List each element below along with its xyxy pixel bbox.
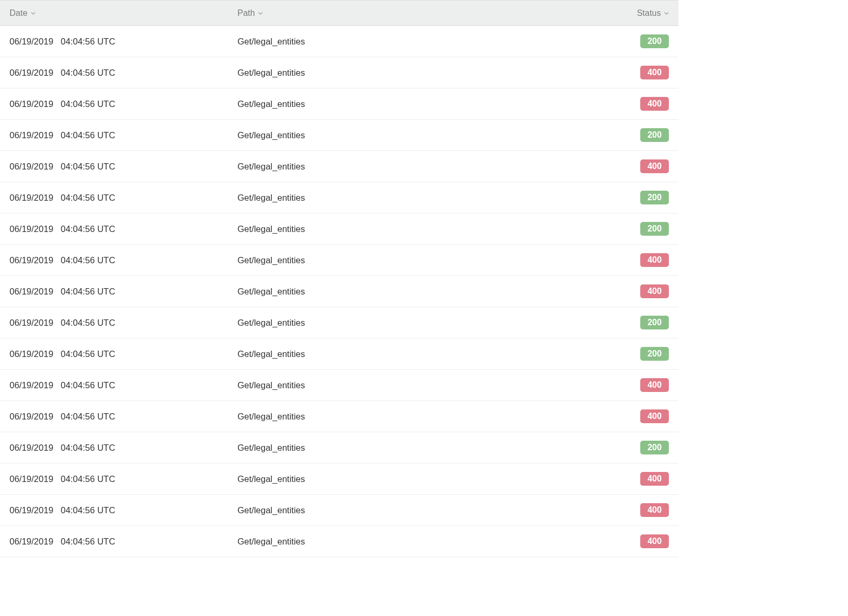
cell-date: 06/19/201904:04:56 UTC — [0, 276, 228, 307]
date-value: 06/19/2019 — [10, 130, 54, 140]
status-badge: 400 — [640, 503, 669, 517]
table-row[interactable]: 06/19/201904:04:56 UTCGet/legal_entities… — [0, 370, 678, 401]
cell-status: 400 — [620, 495, 678, 526]
time-value: 04:04:56 UTC — [61, 412, 116, 422]
column-header-status[interactable]: Status — [620, 1, 678, 26]
table-row[interactable]: 06/19/201904:04:56 UTCGet/legal_entities… — [0, 401, 678, 432]
table-row[interactable]: 06/19/201904:04:56 UTCGet/legal_entities… — [0, 57, 678, 88]
cell-date: 06/19/201904:04:56 UTC — [0, 307, 228, 338]
date-value: 06/19/2019 — [10, 37, 54, 47]
cell-path: Get/legal_entities — [228, 463, 620, 495]
cell-path: Get/legal_entities — [228, 88, 620, 120]
table-row[interactable]: 06/19/201904:04:56 UTCGet/legal_entities… — [0, 463, 678, 495]
date-value: 06/19/2019 — [10, 412, 54, 422]
date-value: 06/19/2019 — [10, 380, 54, 390]
status-badge: 400 — [640, 97, 669, 111]
date-value: 06/19/2019 — [10, 318, 54, 328]
cell-status: 200 — [620, 182, 678, 213]
cell-date: 06/19/201904:04:56 UTC — [0, 26, 228, 57]
cell-date: 06/19/201904:04:56 UTC — [0, 57, 228, 88]
table-row[interactable]: 06/19/201904:04:56 UTCGet/legal_entities… — [0, 495, 678, 526]
date-value: 06/19/2019 — [10, 443, 54, 453]
column-header-path[interactable]: Path — [228, 1, 620, 26]
cell-path: Get/legal_entities — [228, 526, 620, 557]
cell-status: 400 — [620, 245, 678, 276]
cell-date: 06/19/201904:04:56 UTC — [0, 88, 228, 120]
time-value: 04:04:56 UTC — [61, 537, 116, 547]
time-value: 04:04:56 UTC — [61, 37, 116, 47]
cell-status: 400 — [620, 151, 678, 182]
time-value: 04:04:56 UTC — [61, 287, 116, 297]
status-badge: 400 — [640, 284, 669, 298]
cell-status: 200 — [620, 120, 678, 151]
date-value: 06/19/2019 — [10, 474, 54, 484]
cell-status: 400 — [620, 401, 678, 432]
table-row[interactable]: 06/19/201904:04:56 UTCGet/legal_entities… — [0, 182, 678, 213]
table-row[interactable]: 06/19/201904:04:56 UTCGet/legal_entities… — [0, 276, 678, 307]
status-badge: 200 — [640, 441, 669, 454]
table-row[interactable]: 06/19/201904:04:56 UTCGet/legal_entities… — [0, 338, 678, 370]
table-row[interactable]: 06/19/201904:04:56 UTCGet/legal_entities… — [0, 213, 678, 245]
date-value: 06/19/2019 — [10, 99, 54, 109]
status-badge: 400 — [640, 472, 669, 486]
cell-path: Get/legal_entities — [228, 276, 620, 307]
column-header-date[interactable]: Date — [0, 1, 228, 26]
cell-status: 400 — [620, 57, 678, 88]
cell-status: 200 — [620, 213, 678, 245]
chevron-down-icon — [258, 12, 263, 15]
column-header-status-label: Status — [637, 8, 661, 18]
cell-date: 06/19/201904:04:56 UTC — [0, 401, 228, 432]
status-badge: 200 — [640, 347, 669, 361]
column-header-path-label: Path — [237, 8, 255, 18]
status-badge: 400 — [640, 253, 669, 267]
table-row[interactable]: 06/19/201904:04:56 UTCGet/legal_entities… — [0, 432, 678, 463]
cell-path: Get/legal_entities — [228, 182, 620, 213]
cell-status: 400 — [620, 526, 678, 557]
cell-path: Get/legal_entities — [228, 495, 620, 526]
time-value: 04:04:56 UTC — [61, 443, 116, 453]
cell-path: Get/legal_entities — [228, 432, 620, 463]
date-value: 06/19/2019 — [10, 349, 54, 359]
cell-path: Get/legal_entities — [228, 57, 620, 88]
status-badge: 400 — [640, 66, 669, 79]
cell-path: Get/legal_entities — [228, 370, 620, 401]
table-row[interactable]: 06/19/201904:04:56 UTCGet/legal_entities… — [0, 307, 678, 338]
chevron-down-icon — [31, 12, 36, 15]
table-row[interactable]: 06/19/201904:04:56 UTCGet/legal_entities… — [0, 151, 678, 182]
table-row[interactable]: 06/19/201904:04:56 UTCGet/legal_entities… — [0, 26, 678, 57]
time-value: 04:04:56 UTC — [61, 162, 116, 172]
time-value: 04:04:56 UTC — [61, 505, 116, 515]
time-value: 04:04:56 UTC — [61, 349, 116, 359]
cell-date: 06/19/201904:04:56 UTC — [0, 463, 228, 495]
cell-path: Get/legal_entities — [228, 120, 620, 151]
status-badge: 200 — [640, 316, 669, 329]
date-value: 06/19/2019 — [10, 224, 54, 234]
table-row[interactable]: 06/19/201904:04:56 UTCGet/legal_entities… — [0, 526, 678, 557]
cell-path: Get/legal_entities — [228, 338, 620, 370]
chevron-down-icon — [664, 12, 669, 15]
cell-path: Get/legal_entities — [228, 401, 620, 432]
cell-status: 200 — [620, 432, 678, 463]
table-row[interactable]: 06/19/201904:04:56 UTCGet/legal_entities… — [0, 245, 678, 276]
table-row[interactable]: 06/19/201904:04:56 UTCGet/legal_entities… — [0, 120, 678, 151]
time-value: 04:04:56 UTC — [61, 193, 116, 203]
date-value: 06/19/2019 — [10, 162, 54, 172]
table-header-row: Date Path Status — [0, 1, 678, 26]
cell-status: 400 — [620, 88, 678, 120]
cell-status: 200 — [620, 338, 678, 370]
time-value: 04:04:56 UTC — [61, 68, 116, 78]
table-row[interactable]: 06/19/201904:04:56 UTCGet/legal_entities… — [0, 88, 678, 120]
logs-table: Date Path Status — [0, 0, 678, 557]
status-badge: 400 — [640, 409, 669, 423]
cell-status: 400 — [620, 276, 678, 307]
cell-date: 06/19/201904:04:56 UTC — [0, 151, 228, 182]
date-value: 06/19/2019 — [10, 505, 54, 515]
time-value: 04:04:56 UTC — [61, 224, 116, 234]
status-badge: 200 — [640, 128, 669, 142]
time-value: 04:04:56 UTC — [61, 318, 116, 328]
cell-status: 200 — [620, 307, 678, 338]
time-value: 04:04:56 UTC — [61, 99, 116, 109]
column-header-date-label: Date — [10, 8, 28, 18]
status-badge: 200 — [640, 222, 669, 236]
time-value: 04:04:56 UTC — [61, 255, 116, 265]
